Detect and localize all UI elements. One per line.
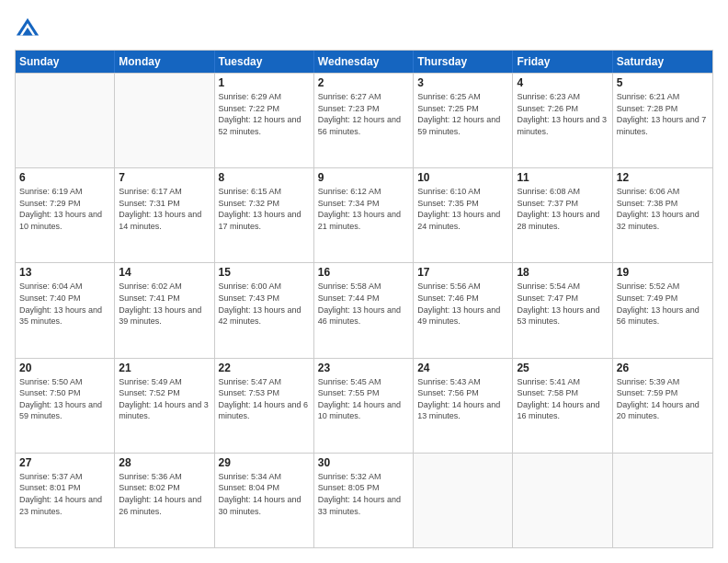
day-number: 28 bbox=[119, 456, 210, 469]
day-number: 24 bbox=[417, 362, 508, 374]
calendar-body: 1Sunrise: 6:29 AMSunset: 7:22 PMDaylight… bbox=[16, 73, 712, 547]
day-number: 25 bbox=[517, 362, 608, 374]
day-info: Sunrise: 5:36 AMSunset: 8:02 PMDaylight:… bbox=[119, 472, 201, 516]
calendar-week-3: 13Sunrise: 6:04 AMSunset: 7:40 PMDayligh… bbox=[16, 262, 712, 357]
day-number: 19 bbox=[617, 266, 709, 279]
calendar-cell: 17Sunrise: 5:56 AMSunset: 7:46 PMDayligh… bbox=[414, 263, 513, 357]
day-info: Sunrise: 5:54 AMSunset: 7:47 PMDaylight:… bbox=[517, 282, 599, 326]
day-header-saturday: Saturday bbox=[613, 51, 712, 73]
calendar-cell: 29Sunrise: 5:34 AMSunset: 8:04 PMDayligh… bbox=[215, 454, 314, 547]
day-info: Sunrise: 5:45 AMSunset: 7:55 PMDaylight:… bbox=[318, 377, 401, 421]
calendar-cell: 9Sunrise: 6:12 AMSunset: 7:34 PMDaylight… bbox=[314, 168, 414, 262]
day-number: 11 bbox=[517, 171, 608, 184]
calendar-cell: 14Sunrise: 6:02 AMSunset: 7:41 PMDayligh… bbox=[115, 263, 214, 357]
day-number: 3 bbox=[417, 76, 508, 89]
calendar-cell bbox=[115, 74, 214, 167]
day-number: 9 bbox=[318, 171, 409, 184]
header bbox=[15, 15, 713, 40]
day-number: 5 bbox=[617, 76, 709, 89]
calendar-cell: 10Sunrise: 6:10 AMSunset: 7:35 PMDayligh… bbox=[414, 168, 513, 262]
day-number: 30 bbox=[318, 456, 409, 469]
day-number: 20 bbox=[19, 362, 110, 374]
day-info: Sunrise: 6:19 AMSunset: 7:29 PMDaylight:… bbox=[19, 187, 102, 231]
day-number: 6 bbox=[19, 171, 110, 184]
day-header-wednesday: Wednesday bbox=[314, 51, 414, 73]
day-number: 15 bbox=[219, 266, 310, 279]
day-info: Sunrise: 6:12 AMSunset: 7:34 PMDaylight:… bbox=[318, 187, 401, 231]
calendar-cell: 23Sunrise: 5:45 AMSunset: 7:55 PMDayligh… bbox=[314, 359, 414, 453]
calendar-cell: 6Sunrise: 6:19 AMSunset: 7:29 PMDaylight… bbox=[16, 168, 115, 262]
calendar-cell: 4Sunrise: 6:23 AMSunset: 7:26 PMDaylight… bbox=[513, 74, 612, 167]
calendar-cell: 1Sunrise: 6:29 AMSunset: 7:22 PMDaylight… bbox=[215, 74, 314, 167]
day-number: 18 bbox=[517, 266, 608, 279]
calendar-cell: 25Sunrise: 5:41 AMSunset: 7:58 PMDayligh… bbox=[513, 359, 612, 453]
day-number: 27 bbox=[19, 456, 110, 469]
day-info: Sunrise: 6:08 AMSunset: 7:37 PMDaylight:… bbox=[517, 187, 599, 231]
day-info: Sunrise: 6:23 AMSunset: 7:26 PMDaylight:… bbox=[517, 92, 607, 136]
calendar-cell: 7Sunrise: 6:17 AMSunset: 7:31 PMDaylight… bbox=[115, 168, 214, 262]
day-info: Sunrise: 6:29 AMSunset: 7:22 PMDaylight:… bbox=[219, 92, 301, 136]
calendar-week-4: 20Sunrise: 5:50 AMSunset: 7:50 PMDayligh… bbox=[16, 358, 712, 453]
day-header-monday: Monday bbox=[115, 51, 214, 73]
calendar-week-2: 6Sunrise: 6:19 AMSunset: 7:29 PMDaylight… bbox=[16, 167, 712, 262]
calendar-cell: 13Sunrise: 6:04 AMSunset: 7:40 PMDayligh… bbox=[16, 263, 115, 357]
day-info: Sunrise: 5:43 AMSunset: 7:56 PMDaylight:… bbox=[417, 377, 500, 421]
calendar-cell: 5Sunrise: 6:21 AMSunset: 7:28 PMDaylight… bbox=[613, 74, 712, 167]
day-number: 12 bbox=[617, 171, 709, 184]
day-info: Sunrise: 5:34 AMSunset: 8:04 PMDaylight:… bbox=[219, 472, 301, 516]
day-info: Sunrise: 6:06 AMSunset: 7:38 PMDaylight:… bbox=[617, 187, 700, 231]
day-header-sunday: Sunday bbox=[16, 51, 115, 73]
calendar-cell: 26Sunrise: 5:39 AMSunset: 7:59 PMDayligh… bbox=[613, 359, 712, 453]
day-number: 13 bbox=[19, 266, 110, 279]
day-info: Sunrise: 6:00 AMSunset: 7:43 PMDaylight:… bbox=[219, 282, 301, 326]
calendar-week-5: 27Sunrise: 5:37 AMSunset: 8:01 PMDayligh… bbox=[16, 453, 712, 547]
calendar-cell bbox=[16, 74, 115, 167]
day-number: 21 bbox=[119, 362, 210, 374]
day-info: Sunrise: 6:17 AMSunset: 7:31 PMDaylight:… bbox=[119, 187, 201, 231]
logo-icon bbox=[15, 15, 40, 40]
day-number: 14 bbox=[119, 266, 210, 279]
calendar-cell bbox=[513, 454, 612, 547]
calendar-cell: 11Sunrise: 6:08 AMSunset: 7:37 PMDayligh… bbox=[513, 168, 612, 262]
day-header-tuesday: Tuesday bbox=[215, 51, 314, 73]
day-info: Sunrise: 5:58 AMSunset: 7:44 PMDaylight:… bbox=[318, 282, 401, 326]
page: SundayMondayTuesdayWednesdayThursdayFrid… bbox=[0, 0, 728, 563]
calendar-cell: 16Sunrise: 5:58 AMSunset: 7:44 PMDayligh… bbox=[314, 263, 414, 357]
day-number: 16 bbox=[318, 266, 409, 279]
calendar-cell: 27Sunrise: 5:37 AMSunset: 8:01 PMDayligh… bbox=[16, 454, 115, 547]
day-info: Sunrise: 5:32 AMSunset: 8:05 PMDaylight:… bbox=[318, 472, 401, 516]
day-info: Sunrise: 6:10 AMSunset: 7:35 PMDaylight:… bbox=[417, 187, 500, 231]
calendar-cell: 3Sunrise: 6:25 AMSunset: 7:25 PMDaylight… bbox=[414, 74, 513, 167]
day-number: 4 bbox=[517, 76, 608, 89]
calendar-cell: 30Sunrise: 5:32 AMSunset: 8:05 PMDayligh… bbox=[314, 454, 414, 547]
day-number: 29 bbox=[219, 456, 310, 469]
calendar-cell: 12Sunrise: 6:06 AMSunset: 7:38 PMDayligh… bbox=[613, 168, 712, 262]
day-info: Sunrise: 6:15 AMSunset: 7:32 PMDaylight:… bbox=[219, 187, 301, 231]
day-info: Sunrise: 6:04 AMSunset: 7:40 PMDaylight:… bbox=[19, 282, 102, 326]
day-header-friday: Friday bbox=[513, 51, 612, 73]
calendar-cell: 24Sunrise: 5:43 AMSunset: 7:56 PMDayligh… bbox=[414, 359, 513, 453]
day-info: Sunrise: 6:25 AMSunset: 7:25 PMDaylight:… bbox=[417, 92, 500, 136]
day-header-thursday: Thursday bbox=[414, 51, 513, 73]
day-number: 23 bbox=[318, 362, 409, 374]
day-number: 26 bbox=[617, 362, 709, 374]
day-number: 10 bbox=[417, 171, 508, 184]
day-info: Sunrise: 5:52 AMSunset: 7:49 PMDaylight:… bbox=[617, 282, 700, 326]
calendar-cell: 22Sunrise: 5:47 AMSunset: 7:53 PMDayligh… bbox=[215, 359, 314, 453]
day-info: Sunrise: 5:37 AMSunset: 8:01 PMDaylight:… bbox=[19, 472, 102, 516]
day-number: 2 bbox=[318, 76, 409, 89]
logo bbox=[15, 15, 44, 40]
day-number: 1 bbox=[219, 76, 310, 89]
day-info: Sunrise: 5:39 AMSunset: 7:59 PMDaylight:… bbox=[617, 377, 700, 421]
day-info: Sunrise: 6:27 AMSunset: 7:23 PMDaylight:… bbox=[318, 92, 401, 136]
day-info: Sunrise: 5:56 AMSunset: 7:46 PMDaylight:… bbox=[417, 282, 500, 326]
day-number: 17 bbox=[417, 266, 508, 279]
day-info: Sunrise: 5:47 AMSunset: 7:53 PMDaylight:… bbox=[219, 377, 309, 421]
day-number: 22 bbox=[219, 362, 310, 374]
day-info: Sunrise: 5:41 AMSunset: 7:58 PMDaylight:… bbox=[517, 377, 599, 421]
calendar-cell: 20Sunrise: 5:50 AMSunset: 7:50 PMDayligh… bbox=[16, 359, 115, 453]
day-info: Sunrise: 5:50 AMSunset: 7:50 PMDaylight:… bbox=[19, 377, 102, 421]
day-info: Sunrise: 6:21 AMSunset: 7:28 PMDaylight:… bbox=[617, 92, 707, 136]
day-info: Sunrise: 5:49 AMSunset: 7:52 PMDaylight:… bbox=[119, 377, 209, 421]
calendar-cell: 8Sunrise: 6:15 AMSunset: 7:32 PMDaylight… bbox=[215, 168, 314, 262]
